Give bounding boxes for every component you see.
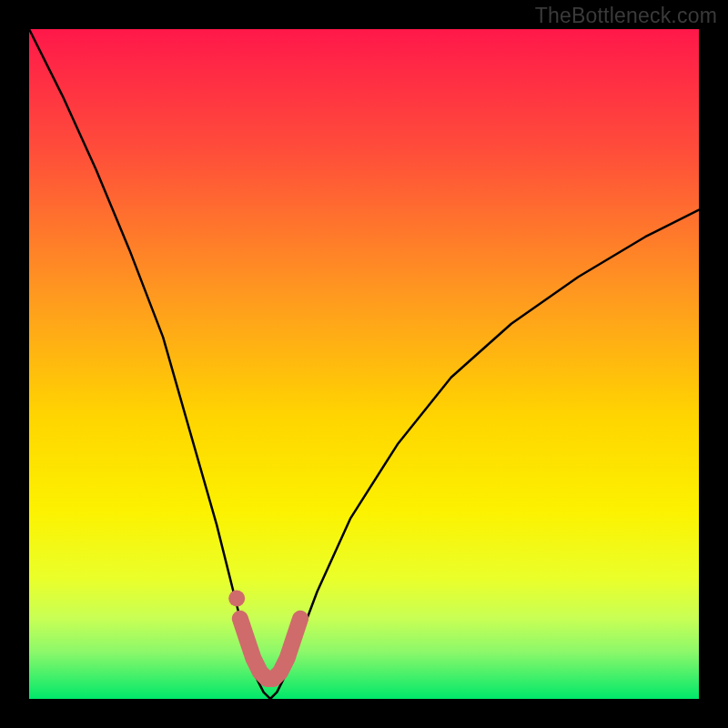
watermark-text: TheBottleneck.com	[535, 4, 717, 28]
marker-left-dot	[228, 591, 245, 607]
plot-area	[29, 29, 699, 699]
marker-layer	[228, 591, 245, 607]
gradient-background	[29, 29, 699, 699]
chart-container: TheBottleneck.com	[0, 0, 728, 728]
chart-svg	[29, 29, 699, 699]
